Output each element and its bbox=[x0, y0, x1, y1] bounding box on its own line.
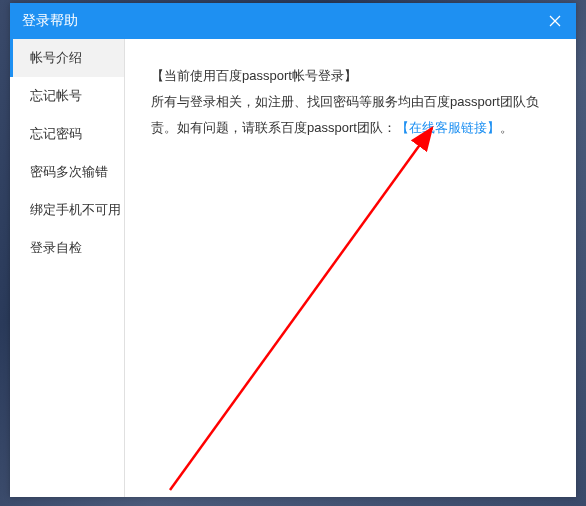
close-button[interactable] bbox=[534, 3, 576, 39]
titlebar: 登录帮助 bbox=[10, 3, 576, 39]
online-service-link[interactable]: 【在线客服链接】 bbox=[396, 120, 500, 135]
content-area: 【当前使用百度passport帐号登录】 所有与登录相关，如注册、找回密码等服务… bbox=[125, 39, 576, 497]
sidebar-item-forgot-password[interactable]: 忘记密码 bbox=[10, 115, 124, 153]
sidebar: 帐号介绍 忘记帐号 忘记密码 密码多次输错 绑定手机不可用 登录自检 bbox=[10, 39, 125, 497]
sidebar-item-label: 忘记密码 bbox=[30, 125, 82, 143]
content-text-2: 。 bbox=[500, 120, 513, 135]
sidebar-item-label: 忘记帐号 bbox=[30, 87, 82, 105]
content-body: 所有与登录相关，如注册、找回密码等服务均由百度passport团队负责。如有问题… bbox=[151, 89, 552, 141]
sidebar-item-login-selfcheck[interactable]: 登录自检 bbox=[10, 229, 124, 267]
window-body: 帐号介绍 忘记帐号 忘记密码 密码多次输错 绑定手机不可用 登录自检 【当前使用… bbox=[10, 39, 576, 497]
content-title: 【当前使用百度passport帐号登录】 bbox=[151, 63, 552, 89]
close-icon bbox=[549, 15, 561, 27]
sidebar-item-forgot-account[interactable]: 忘记帐号 bbox=[10, 77, 124, 115]
sidebar-item-label: 绑定手机不可用 bbox=[30, 201, 121, 219]
sidebar-item-label: 密码多次输错 bbox=[30, 163, 108, 181]
dialog-window: 登录帮助 帐号介绍 忘记帐号 忘记密码 密码多次输错 绑定手机不可用 bbox=[10, 3, 576, 497]
sidebar-item-label: 登录自检 bbox=[30, 239, 82, 257]
sidebar-item-phone-unavailable[interactable]: 绑定手机不可用 bbox=[10, 191, 124, 229]
sidebar-item-label: 帐号介绍 bbox=[30, 49, 82, 67]
sidebar-item-wrong-password[interactable]: 密码多次输错 bbox=[10, 153, 124, 191]
window-title: 登录帮助 bbox=[22, 12, 78, 30]
sidebar-item-account-intro[interactable]: 帐号介绍 bbox=[10, 39, 124, 77]
